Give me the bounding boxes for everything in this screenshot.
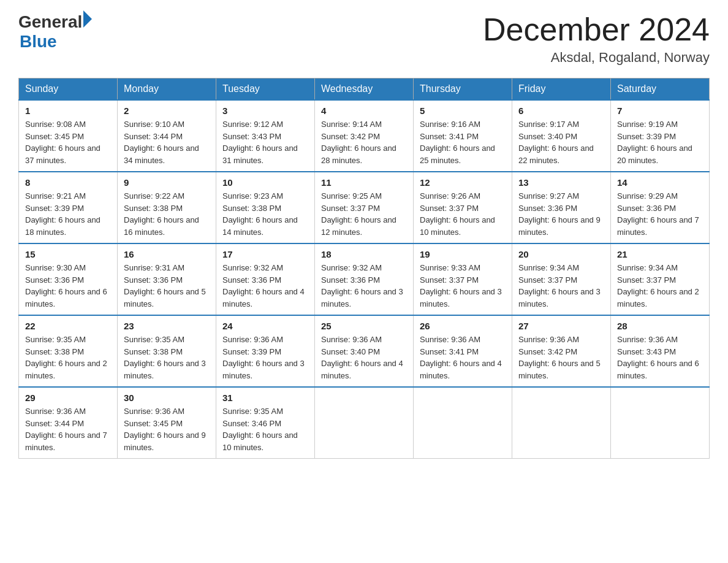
logo-blue: Blue bbox=[20, 32, 92, 52]
day-info: Sunrise: 9:12 AM Sunset: 3:43 PM Dayligh… bbox=[222, 118, 308, 166]
day-number: 14 bbox=[617, 177, 703, 188]
day-info: Sunrise: 9:36 AM Sunset: 3:44 PM Dayligh… bbox=[25, 405, 111, 453]
day-number: 1 bbox=[25, 105, 111, 116]
calendar-cell-w3-d3: 18 Sunrise: 9:32 AM Sunset: 3:36 PM Dayl… bbox=[315, 243, 414, 315]
calendar-cell-w4-d6: 28 Sunrise: 9:36 AM Sunset: 3:43 PM Dayl… bbox=[611, 315, 710, 387]
calendar-cell-w1-d2: 3 Sunrise: 9:12 AM Sunset: 3:43 PM Dayli… bbox=[216, 100, 315, 172]
calendar-cell-w3-d1: 16 Sunrise: 9:31 AM Sunset: 3:36 PM Dayl… bbox=[118, 243, 216, 315]
day-info: Sunrise: 9:36 AM Sunset: 3:45 PM Dayligh… bbox=[124, 405, 210, 453]
day-number: 22 bbox=[25, 321, 111, 331]
sunrise-label: Sunrise: 9:25 AM bbox=[321, 191, 382, 201]
sunrise-label: Sunrise: 9:30 AM bbox=[25, 263, 86, 272]
header-friday: Friday bbox=[512, 79, 611, 101]
daylight-label: Daylight: 6 hours and 5 minutes. bbox=[518, 359, 601, 380]
title-section: December 2024 Aksdal, Rogaland, Norway bbox=[483, 12, 710, 66]
daylight-label: Daylight: 6 hours and 14 minutes. bbox=[222, 215, 298, 237]
day-info: Sunrise: 9:26 AM Sunset: 3:37 PM Dayligh… bbox=[420, 190, 506, 238]
page-header: General Blue December 2024 Aksdal, Rogal… bbox=[18, 12, 710, 66]
week-row-2: 8 Sunrise: 9:21 AM Sunset: 3:39 PM Dayli… bbox=[19, 172, 710, 243]
sunrise-label: Sunrise: 9:33 AM bbox=[420, 263, 480, 272]
daylight-label: Daylight: 6 hours and 31 minutes. bbox=[222, 144, 298, 165]
day-number: 2 bbox=[124, 105, 210, 116]
day-number: 15 bbox=[25, 249, 111, 259]
location-title: Aksdal, Rogaland, Norway bbox=[483, 50, 710, 66]
sunrise-label: Sunrise: 9:31 AM bbox=[124, 263, 184, 272]
day-info: Sunrise: 9:16 AM Sunset: 3:41 PM Dayligh… bbox=[420, 118, 506, 166]
day-number: 18 bbox=[321, 249, 407, 259]
calendar-cell-w3-d0: 15 Sunrise: 9:30 AM Sunset: 3:36 PM Dayl… bbox=[19, 243, 118, 315]
week-row-4: 22 Sunrise: 9:35 AM Sunset: 3:38 PM Dayl… bbox=[19, 315, 710, 387]
header-thursday: Thursday bbox=[414, 79, 512, 101]
sunset-label: Sunset: 3:38 PM bbox=[25, 347, 84, 356]
sunrise-label: Sunrise: 9:36 AM bbox=[321, 335, 382, 344]
daylight-label: Daylight: 6 hours and 28 minutes. bbox=[321, 144, 396, 165]
sunset-label: Sunset: 3:45 PM bbox=[124, 419, 183, 428]
sunrise-label: Sunrise: 9:29 AM bbox=[617, 191, 678, 201]
sunset-label: Sunset: 3:42 PM bbox=[518, 347, 577, 356]
calendar-cell-w1-d6: 7 Sunrise: 9:19 AM Sunset: 3:39 PM Dayli… bbox=[611, 100, 710, 172]
day-info: Sunrise: 9:36 AM Sunset: 3:40 PM Dayligh… bbox=[321, 334, 407, 381]
day-number: 9 bbox=[124, 177, 210, 188]
day-info: Sunrise: 9:34 AM Sunset: 3:37 PM Dayligh… bbox=[518, 262, 604, 310]
sunrise-label: Sunrise: 9:36 AM bbox=[518, 335, 579, 344]
sunset-label: Sunset: 3:38 PM bbox=[124, 204, 183, 213]
calendar-cell-w2-d1: 9 Sunrise: 9:22 AM Sunset: 3:38 PM Dayli… bbox=[118, 172, 216, 243]
day-info: Sunrise: 9:30 AM Sunset: 3:36 PM Dayligh… bbox=[25, 262, 111, 310]
day-number: 21 bbox=[617, 249, 703, 259]
calendar-cell-w1-d1: 2 Sunrise: 9:10 AM Sunset: 3:44 PM Dayli… bbox=[118, 100, 216, 172]
day-info: Sunrise: 9:36 AM Sunset: 3:39 PM Dayligh… bbox=[222, 334, 308, 381]
daylight-label: Daylight: 6 hours and 4 minutes. bbox=[420, 359, 502, 380]
calendar-cell-w2-d4: 12 Sunrise: 9:26 AM Sunset: 3:37 PM Dayl… bbox=[414, 172, 512, 243]
daylight-label: Daylight: 6 hours and 3 minutes. bbox=[222, 359, 305, 380]
month-title: December 2024 bbox=[483, 12, 710, 47]
day-info: Sunrise: 9:14 AM Sunset: 3:42 PM Dayligh… bbox=[321, 118, 407, 166]
sunset-label: Sunset: 3:41 PM bbox=[420, 132, 479, 141]
day-number: 31 bbox=[222, 393, 308, 403]
day-number: 10 bbox=[222, 177, 308, 188]
sunset-label: Sunset: 3:38 PM bbox=[222, 204, 281, 213]
sunset-label: Sunset: 3:46 PM bbox=[222, 419, 281, 428]
day-number: 8 bbox=[25, 177, 111, 188]
day-info: Sunrise: 9:34 AM Sunset: 3:37 PM Dayligh… bbox=[617, 262, 703, 310]
day-info: Sunrise: 9:10 AM Sunset: 3:44 PM Dayligh… bbox=[124, 118, 210, 166]
calendar-cell-w2-d3: 11 Sunrise: 9:25 AM Sunset: 3:37 PM Dayl… bbox=[315, 172, 414, 243]
sunrise-label: Sunrise: 9:22 AM bbox=[124, 191, 184, 201]
daylight-label: Daylight: 6 hours and 3 minutes. bbox=[420, 287, 502, 308]
sunrise-label: Sunrise: 9:21 AM bbox=[25, 191, 86, 201]
daylight-label: Daylight: 6 hours and 34 minutes. bbox=[124, 144, 199, 165]
sunset-label: Sunset: 3:38 PM bbox=[124, 347, 183, 356]
header-tuesday: Tuesday bbox=[216, 79, 315, 101]
day-info: Sunrise: 9:21 AM Sunset: 3:39 PM Dayligh… bbox=[25, 190, 111, 238]
sunset-label: Sunset: 3:39 PM bbox=[222, 347, 281, 356]
sunrise-label: Sunrise: 9:36 AM bbox=[124, 407, 184, 416]
calendar-cell-w4-d5: 27 Sunrise: 9:36 AM Sunset: 3:42 PM Dayl… bbox=[512, 315, 611, 387]
calendar-cell-w3-d4: 19 Sunrise: 9:33 AM Sunset: 3:37 PM Dayl… bbox=[414, 243, 512, 315]
sunset-label: Sunset: 3:44 PM bbox=[25, 419, 84, 428]
sunrise-label: Sunrise: 9:36 AM bbox=[25, 407, 86, 416]
calendar-cell-w2-d0: 8 Sunrise: 9:21 AM Sunset: 3:39 PM Dayli… bbox=[19, 172, 118, 243]
day-info: Sunrise: 9:31 AM Sunset: 3:36 PM Dayligh… bbox=[124, 262, 210, 310]
calendar-cell-w5-d5 bbox=[512, 387, 611, 459]
calendar-cell-w5-d1: 30 Sunrise: 9:36 AM Sunset: 3:45 PM Dayl… bbox=[118, 387, 216, 459]
sunrise-label: Sunrise: 9:36 AM bbox=[222, 335, 283, 344]
header-monday: Monday bbox=[118, 79, 216, 101]
day-number: 6 bbox=[518, 105, 604, 116]
day-info: Sunrise: 9:35 AM Sunset: 3:38 PM Dayligh… bbox=[25, 334, 111, 381]
daylight-label: Daylight: 6 hours and 4 minutes. bbox=[222, 287, 305, 308]
sunrise-label: Sunrise: 9:35 AM bbox=[124, 335, 184, 344]
day-number: 7 bbox=[617, 105, 703, 116]
daylight-label: Daylight: 6 hours and 12 minutes. bbox=[321, 215, 396, 237]
daylight-label: Daylight: 6 hours and 3 minutes. bbox=[321, 287, 403, 308]
logo: General Blue bbox=[18, 12, 92, 52]
sunrise-label: Sunrise: 9:16 AM bbox=[420, 120, 480, 129]
logo-general: General bbox=[18, 12, 82, 32]
week-row-1: 1 Sunrise: 9:08 AM Sunset: 3:45 PM Dayli… bbox=[19, 100, 710, 172]
sunrise-label: Sunrise: 9:35 AM bbox=[222, 407, 283, 416]
daylight-label: Daylight: 6 hours and 10 minutes. bbox=[420, 215, 495, 237]
sunrise-label: Sunrise: 9:34 AM bbox=[518, 263, 579, 272]
sunset-label: Sunset: 3:36 PM bbox=[25, 275, 84, 285]
daylight-label: Daylight: 6 hours and 10 minutes. bbox=[222, 431, 298, 452]
day-info: Sunrise: 9:23 AM Sunset: 3:38 PM Dayligh… bbox=[222, 190, 308, 238]
calendar-cell-w4-d0: 22 Sunrise: 9:35 AM Sunset: 3:38 PM Dayl… bbox=[19, 315, 118, 387]
day-info: Sunrise: 9:35 AM Sunset: 3:38 PM Dayligh… bbox=[124, 334, 210, 381]
